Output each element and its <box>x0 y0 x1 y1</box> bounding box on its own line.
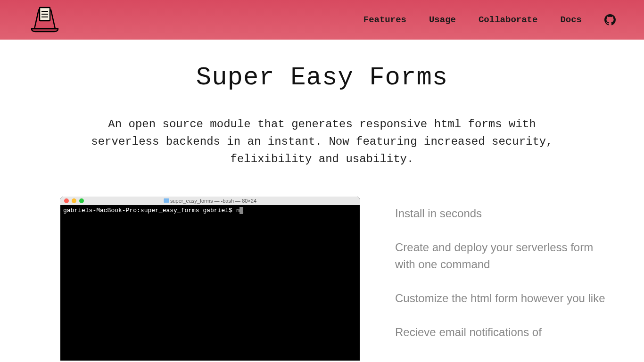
feature-list: Install in seconds Create and deploy you… <box>395 197 616 358</box>
nav-link-collaborate[interactable]: Collaborate <box>479 15 537 25</box>
navbar: Features Usage Collaborate Docs <box>0 0 644 40</box>
nav-link-usage[interactable]: Usage <box>429 15 456 25</box>
terminal-title: super_easy_forms — -bash — 80×24 <box>164 198 256 204</box>
maximize-icon <box>79 198 84 203</box>
nav-link-docs[interactable]: Docs <box>560 15 582 25</box>
hero-section: Super Easy Forms An open source module t… <box>0 40 644 187</box>
feature-item: Create and deploy your serverless form w… <box>395 239 616 273</box>
terminal-titlebar: super_easy_forms — -bash — 80×24 <box>60 197 360 205</box>
close-icon <box>64 198 69 203</box>
content-section: super_easy_forms — -bash — 80×24 gabriel… <box>0 187 644 361</box>
feature-item: Install in seconds <box>395 205 616 222</box>
terminal-title-text: super_easy_forms — -bash — 80×24 <box>170 198 256 204</box>
terminal-window: super_easy_forms — -bash — 80×24 gabriel… <box>60 197 360 361</box>
github-icon[interactable] <box>604 14 616 25</box>
nav-links: Features Usage Collaborate Docs <box>363 14 616 25</box>
feature-item: Customize the html form however you like <box>395 290 616 307</box>
nav-link-features[interactable]: Features <box>363 15 406 25</box>
minimize-icon <box>72 198 76 203</box>
terminal-cursor: _ <box>239 207 243 214</box>
logo[interactable] <box>28 6 61 33</box>
terminal-prompt: gabriels-MacBook-Pro:super_easy_forms ga… <box>63 207 239 214</box>
terminal-body: gabriels-MacBook-Pro:super_easy_forms ga… <box>60 205 360 361</box>
feature-item: Recieve email notifications of <box>395 324 616 341</box>
folder-icon <box>164 198 169 203</box>
page-title: Super Easy Forms <box>0 63 644 92</box>
traffic-lights <box>64 198 84 203</box>
page-subtitle: An open source module that generates res… <box>84 115 560 168</box>
